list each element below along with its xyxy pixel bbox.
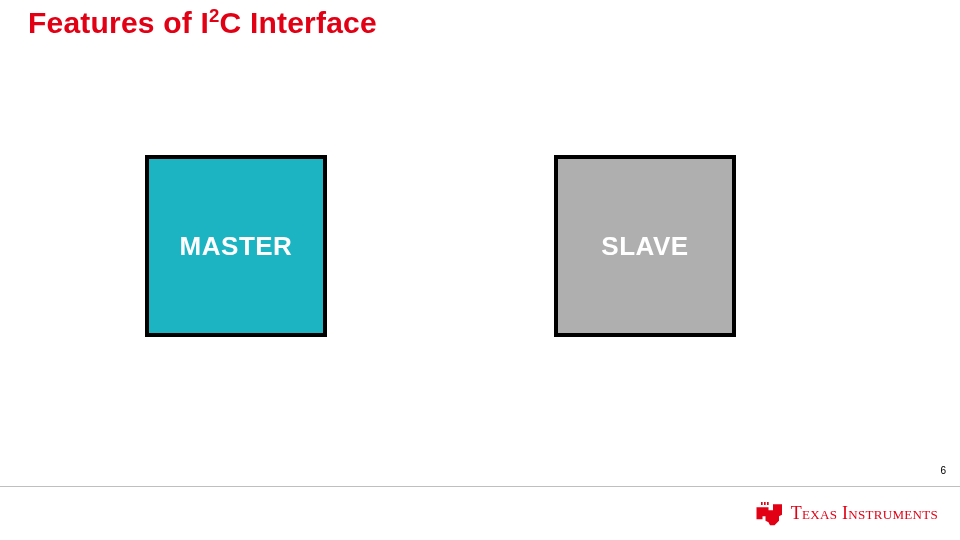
master-label: MASTER	[180, 231, 293, 262]
slide-title: Features of I2C Interface	[28, 6, 377, 40]
title-superscript: 2	[209, 5, 220, 26]
master-block: MASTER	[145, 155, 327, 337]
svg-rect-1	[764, 502, 766, 505]
svg-rect-2	[767, 502, 769, 505]
slave-block: SLAVE	[554, 155, 736, 337]
ti-logo: Texas Instruments	[755, 501, 938, 527]
title-text-post: C Interface	[220, 6, 377, 39]
svg-rect-0	[761, 502, 763, 505]
slave-label: SLAVE	[601, 231, 688, 262]
title-text-pre: Features of I	[28, 6, 209, 39]
ti-chip-icon	[755, 501, 785, 527]
ti-wordmark: Texas Instruments	[791, 503, 938, 524]
slide: Features of I2C Interface MASTER SLAVE 6…	[0, 0, 960, 540]
brand-word-1: Texas	[791, 503, 837, 523]
page-number: 6	[940, 465, 946, 476]
i2c-diagram: MASTER SLAVE	[0, 145, 960, 365]
brand-word-2: Instruments	[837, 503, 938, 523]
footer: Texas Instruments	[0, 486, 960, 540]
